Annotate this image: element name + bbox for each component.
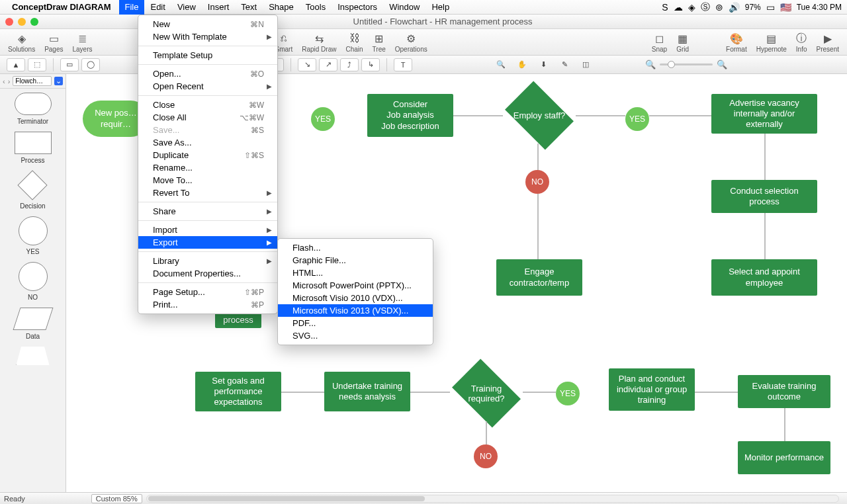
- menu-view[interactable]: View: [171, 0, 202, 15]
- diamond-icon[interactable]: ◈: [688, 2, 695, 13]
- node-employ-decision[interactable]: Employ staff?: [503, 87, 576, 144]
- tb-pages[interactable]: ▭Pages: [40, 31, 67, 53]
- clock[interactable]: Tue 4:30 PM: [797, 3, 842, 12]
- tb-format[interactable]: 🎨Format: [722, 31, 751, 53]
- cloud-icon[interactable]: ☁: [674, 2, 683, 13]
- tb-tree[interactable]: ⊞Tree: [369, 31, 390, 53]
- menu-shape[interactable]: Shape: [263, 0, 300, 15]
- node-consider[interactable]: Consider Job analysis Job description: [367, 94, 453, 137]
- menu-edit[interactable]: Edit: [144, 0, 171, 15]
- pan-tool[interactable]: ✋: [513, 58, 531, 71]
- node-yes-1[interactable]: YES: [311, 107, 335, 131]
- tb-operations[interactable]: ⚙Operations: [391, 31, 431, 53]
- menu-text[interactable]: Text: [235, 0, 263, 15]
- menu-item[interactable]: Open...⌘O: [138, 67, 277, 80]
- app-name[interactable]: ConceptDraw DIAGRAM: [12, 2, 111, 12]
- node-process[interactable]: process: [215, 312, 261, 328]
- zoom-out-icon[interactable]: 🔍: [645, 60, 656, 69]
- tb-layers[interactable]: ≣Layers: [69, 31, 97, 53]
- nav-fwd-icon[interactable]: ›: [8, 77, 11, 85]
- battery-percent[interactable]: 97%: [745, 3, 761, 12]
- volume-icon[interactable]: 🔊: [729, 2, 740, 13]
- tb-solutions[interactable]: ◈Solutions: [4, 31, 39, 53]
- h-scrollbar[interactable]: [146, 495, 839, 503]
- ellipse-tool[interactable]: ◯: [81, 58, 100, 71]
- stencil-no[interactable]: NO: [19, 262, 48, 301]
- menu-window[interactable]: Window: [383, 0, 425, 15]
- rect-tool[interactable]: ▭: [60, 58, 79, 71]
- stencil-terminator[interactable]: Terminator: [15, 93, 52, 125]
- conn-tool-2[interactable]: ↗: [319, 58, 337, 71]
- menu-item[interactable]: Print...⌘P: [138, 298, 277, 311]
- menu-item[interactable]: Document Properties...: [138, 267, 277, 280]
- window-close[interactable]: [5, 18, 13, 26]
- submenu-item[interactable]: Graphic File...: [278, 254, 433, 267]
- conn-tool-4[interactable]: ↳: [361, 58, 380, 71]
- menu-tools[interactable]: Tools: [300, 0, 332, 15]
- stencil-yes[interactable]: YES: [19, 216, 48, 255]
- pointer-tool[interactable]: ▲: [7, 58, 25, 71]
- submenu-item[interactable]: Flash...: [278, 241, 433, 254]
- menu-inspectors[interactable]: Inspectors: [332, 0, 383, 15]
- skype-icon[interactable]: Ⓢ: [701, 1, 710, 13]
- eyedropper-tool[interactable]: ✎: [555, 58, 574, 71]
- node-set-goals[interactable]: Set goals and performance expectations: [195, 372, 281, 411]
- submenu-item[interactable]: Microsoft PowerPoint (PPTX)...: [278, 279, 433, 292]
- text-tool[interactable]: T: [394, 58, 412, 71]
- menu-help[interactable]: Help: [425, 0, 455, 15]
- submenu-item[interactable]: Microsoft Visio 2013 (VSDX)...: [278, 304, 433, 317]
- status-icon[interactable]: S: [662, 2, 668, 13]
- zoom-in-tool[interactable]: 🔍: [492, 58, 510, 71]
- marquee-tool[interactable]: ⬚: [28, 58, 46, 71]
- wifi-icon[interactable]: ⊚: [715, 2, 723, 13]
- menu-item[interactable]: Duplicate⇧⌘S: [138, 149, 277, 161]
- menu-item[interactable]: Save...⌘S: [138, 124, 277, 136]
- window-maximize[interactable]: [30, 18, 38, 26]
- zoom-in-icon[interactable]: 🔍: [717, 60, 727, 69]
- node-conduct-selection[interactable]: Conduct selection process: [711, 180, 817, 213]
- node-engage[interactable]: Engage contractor/temp: [496, 259, 582, 296]
- menu-item[interactable]: Template Setup: [138, 49, 277, 62]
- stencil-process[interactable]: Process: [15, 132, 52, 164]
- zoom-slider[interactable]: 🔍 🔍: [645, 60, 727, 69]
- node-evaluate[interactable]: Evaluate training outcome: [738, 375, 830, 408]
- battery-icon[interactable]: ▭: [766, 2, 775, 13]
- submenu-item[interactable]: PDF...: [278, 317, 433, 329]
- node-undertake[interactable]: Undertake training needs analysis: [324, 372, 410, 411]
- menu-item[interactable]: Share▶: [138, 205, 277, 218]
- node-advertise[interactable]: Advertise vacancy internally and/or exte…: [711, 94, 817, 134]
- node-no-1[interactable]: NO: [525, 170, 549, 194]
- push-tool[interactable]: ⬇: [534, 58, 553, 71]
- tb-rapid-draw[interactable]: ⇆Rapid Draw: [298, 31, 340, 53]
- menu-file[interactable]: File: [119, 0, 145, 15]
- submenu-item[interactable]: Microsoft Visio 2010 (VDX)...: [278, 292, 433, 304]
- menu-item[interactable]: Import▶: [138, 224, 277, 236]
- menu-item[interactable]: Revert To▶: [138, 187, 277, 199]
- menu-item[interactable]: Move To...: [138, 174, 277, 187]
- node-select-appoint[interactable]: Select and appoint employee: [711, 259, 817, 296]
- window-minimize[interactable]: [18, 18, 26, 26]
- tb-chain[interactable]: ⛓Chain: [341, 31, 367, 53]
- submenu-item[interactable]: HTML...: [278, 267, 433, 279]
- menu-item[interactable]: Page Setup...⇧⌘P: [138, 286, 277, 298]
- nav-back-icon[interactable]: ‹: [3, 77, 5, 85]
- node-yes-2[interactable]: YES: [625, 107, 649, 131]
- stencil-dropdown-icon[interactable]: ⌄: [54, 77, 63, 85]
- stencil-data[interactable]: Data: [17, 308, 50, 340]
- eraser-tool[interactable]: ◫: [576, 58, 595, 71]
- conn-tool-3[interactable]: ⤴: [340, 58, 359, 71]
- node-plan-conduct[interactable]: Plan and conduct individual or group tra…: [609, 368, 695, 411]
- node-no-2[interactable]: NO: [474, 444, 498, 468]
- menu-item[interactable]: Close⌘W: [138, 99, 277, 111]
- stencil-decision[interactable]: Decision: [20, 171, 45, 210]
- menu-item[interactable]: Library▶: [138, 255, 277, 267]
- tb-hypernote[interactable]: ▤Hypernote: [752, 31, 791, 53]
- node-monitor[interactable]: Monitor performance: [738, 441, 830, 474]
- node-training-decision[interactable]: Training required?: [450, 365, 523, 421]
- tb-info[interactable]: ⓘInfo: [792, 31, 811, 53]
- tb-grid[interactable]: ▦Grid: [672, 31, 693, 53]
- menu-item[interactable]: Export▶: [138, 236, 277, 249]
- menu-item[interactable]: New With Template▶: [138, 30, 277, 43]
- stencil-trap[interactable]: [17, 347, 50, 365]
- menu-item[interactable]: Open Recent▶: [138, 80, 277, 93]
